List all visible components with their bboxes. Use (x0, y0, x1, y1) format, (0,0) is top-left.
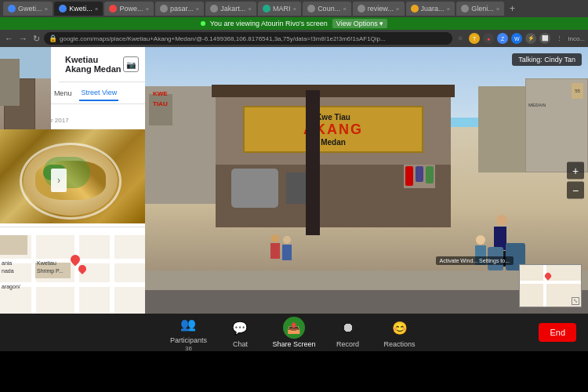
ext-icon-1[interactable]: W (511, 33, 522, 44)
chat-icon: 💬 (229, 317, 251, 339)
forward-button[interactable]: → (17, 34, 29, 43)
nav-street-view[interactable]: Street View (79, 85, 118, 101)
view-options-button[interactable]: View Options ▾ (332, 19, 387, 28)
zoom-icon[interactable]: Z (497, 33, 508, 44)
end-meeting-area[interactable]: End (539, 323, 576, 342)
record-icon: ⏺ (337, 317, 359, 339)
figure-left-1 (270, 234, 280, 259)
background-building-mid (478, 86, 525, 172)
browser-toolbar-right: ☆ T ● Z W ⚡ ⬜ ⋮ Inco... (455, 33, 585, 44)
share-screen-button[interactable]: 📤 Share Screen (272, 317, 315, 348)
separator (0, 227, 145, 227)
figure-head-2 (476, 235, 485, 245)
expand-arrow-button[interactable]: › (51, 169, 67, 192)
notification-dot (201, 21, 205, 26)
map-road-vertical-2 (74, 235, 79, 314)
camera-icon[interactable]: 📷 (123, 56, 139, 72)
tab-kweti[interactable]: Kweti... × (54, 2, 103, 16)
notification-text: You are viewing Atourin Rivo's screen (210, 20, 328, 27)
tab-juara[interactable]: Juara... × (406, 2, 456, 16)
url-text: google.com/maps/place/Kwetiau+Akang+Meda… (60, 35, 386, 42)
incognito-label: Inco... (568, 35, 585, 42)
map-pin (71, 255, 80, 266)
place-header: Kwetiau Akang Medan 📷 (59, 47, 145, 82)
background-building-right: 55 MEDAN (525, 78, 588, 172)
participants-number: 36 (185, 345, 192, 352)
reactions-icon: 😊 (389, 317, 411, 339)
street-view-background: 55 MEDAN KWE TIAU Kwe Tiau AKANG Medan (145, 47, 588, 314)
activate-text: Activate Wind... Settings to... (440, 258, 510, 263)
left-background: KWE TIAU (145, 86, 223, 204)
notification-icon[interactable]: ● (483, 33, 494, 44)
mini-map-overlay[interactable]: ⤡ (519, 264, 582, 307)
figure-head-1 (496, 215, 507, 226)
pillar-main (306, 90, 320, 235)
food-photo[interactable] (0, 129, 145, 223)
street-view-controls: + − (567, 162, 584, 199)
lock-icon: 🔒 (49, 34, 57, 42)
ext-icon-2[interactable]: ⚡ (525, 33, 536, 44)
zoom-in-button[interactable]: + (567, 162, 584, 180)
star-icon[interactable]: ☆ (455, 33, 466, 44)
record-button[interactable]: ⏺ Record (328, 317, 368, 348)
reactions-label: Reactions (384, 340, 416, 348)
map-block-2 (0, 235, 27, 255)
back-button[interactable]: ← (3, 34, 15, 43)
expand-icon[interactable]: ⤡ (572, 297, 579, 305)
stall-counter (216, 165, 451, 227)
tab-powe[interactable]: Powe... × (104, 2, 154, 16)
roof-overhang (212, 85, 455, 97)
place-title: Kwetiau Akang Medan (65, 55, 123, 74)
refresh-button[interactable]: ↻ (31, 34, 42, 44)
ext-icon-3[interactable]: ⬜ (539, 33, 550, 44)
map-thumbnail[interactable]: ania nada Kwetiau Shrimp P... aragon/ (0, 235, 145, 314)
talking-text: Talking: Cindy Tan (518, 56, 575, 64)
tab-jakart[interactable]: Jakart... × (205, 2, 256, 16)
map-label-shrimp: Shrimp P... (37, 268, 64, 274)
figure-left-2 (282, 236, 292, 260)
share-screen-icon: 📤 (283, 317, 305, 339)
profile-icon[interactable]: T (469, 33, 480, 44)
participants-button[interactable]: 👥 Participants 36 (169, 313, 208, 352)
plate-rim (20, 143, 122, 220)
tab-coun[interactable]: Coun... × (303, 2, 351, 16)
map-label-kwetiau: Kwetiau (37, 260, 56, 266)
zoom-bottom-bar: 👥 Participants 36 💬 Chat 📤 Share Screen … (0, 314, 588, 351)
food-photo-background (0, 129, 145, 223)
main-building: Kwe Tiau AKANG Medan (216, 94, 451, 227)
sign-line1: Kwe Tiau (316, 113, 350, 122)
tab-gweti[interactable]: Gweti... × (3, 2, 53, 16)
tab-gleni[interactable]: Gleni... × (456, 2, 504, 16)
mini-road-v (543, 265, 546, 307)
map-background: ania nada Kwetiau Shrimp P... aragon/ (0, 235, 145, 314)
chat-button[interactable]: 💬 Chat (220, 317, 260, 348)
map-road-horizontal-2 (0, 282, 145, 287)
chat-label: Chat (233, 340, 248, 348)
sign-line3: Medan (321, 138, 346, 147)
mini-road-h (520, 281, 581, 284)
tab-pasar[interactable]: pasar... × (155, 2, 204, 16)
participants-label: Participants (170, 336, 207, 344)
browser-tabs-bar: Gweti... × Kweti... × Powe... × pasar...… (0, 0, 588, 17)
menu-button[interactable]: ⋮ (554, 33, 564, 44)
talking-indicator: Talking: Cindy Tan (512, 53, 582, 66)
screen-share-notification-bar: You are viewing Atourin Rivo's screen Vi… (0, 17, 588, 30)
mini-map-background: ⤡ (520, 265, 581, 307)
map-road-vertical-3 (110, 235, 114, 314)
nav-menu[interactable]: Menu (53, 86, 74, 100)
map-label-nada: nada (2, 268, 14, 274)
map-label-paragon: aragon/ (2, 284, 20, 289)
shelf-items (404, 165, 435, 188)
tab-review[interactable]: review... × (353, 2, 405, 16)
cooking-equipment (231, 169, 278, 208)
main-content-area: KW AN G › Kwetiau Akang Medan 📷 Drink Vi… (0, 47, 588, 314)
participants-count: 36 (185, 345, 192, 352)
reactions-button[interactable]: 😊 Reactions (380, 317, 419, 348)
new-tab-button[interactable]: + (506, 2, 518, 15)
zoom-out-button[interactable]: − (567, 182, 584, 199)
record-label: Record (336, 340, 359, 348)
address-bar[interactable]: 🔒 google.com/maps/place/Kwetiau+Akang+Me… (44, 32, 452, 45)
end-meeting-button[interactable]: End (539, 323, 576, 342)
tab-mari[interactable]: MARI × (258, 2, 301, 16)
street-view-panel[interactable]: 55 MEDAN KWE TIAU Kwe Tiau AKANG Medan (145, 47, 588, 314)
